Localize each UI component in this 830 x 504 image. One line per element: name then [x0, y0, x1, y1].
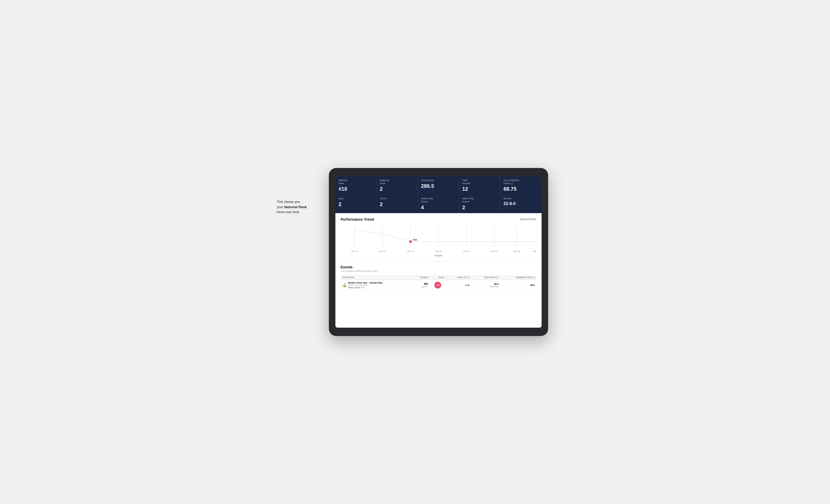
svg-text:DEC 23: DEC 23 — [407, 250, 414, 253]
event-position-of: out of 7 — [413, 285, 428, 288]
event-total-points-cell: 28.3 3 Rounds — [471, 280, 500, 291]
svg-text:FEB 24: FEB 24 — [463, 250, 470, 253]
stat-wins-value: 2 — [339, 201, 373, 207]
stat-top3s-value: 2 — [380, 201, 414, 207]
chart-area: #10 OCT 23 NOV 23 DEC 23 JAN 24 FEB 24 M… — [341, 225, 536, 253]
performance-section: Performance Trend National Rank — [336, 213, 542, 262]
event-name: Buster Cozy Cup – Stroke Play — [348, 281, 383, 284]
col-score: Score — [429, 275, 446, 280]
svg-text:APR 24: APR 24 — [513, 250, 520, 253]
svg-text:JAN 24: JAN 24 — [435, 250, 442, 253]
stat-total-rounds-value: 12 — [462, 186, 497, 192]
event-date: Oct 9 – Oct 10, 2023 — [348, 284, 383, 287]
event-position: 6th — [413, 282, 428, 285]
annotation-line2: your National Rank — [277, 205, 307, 209]
svg-text:MAR 24: MAR 24 — [491, 250, 498, 253]
events-title: Events — [341, 265, 536, 269]
stat-national-rank: NationalRank #10 — [336, 176, 377, 195]
perf-header: Performance Trend National Rank — [341, 217, 536, 222]
events-section: Events Last updated: 24th November 2023 … — [336, 262, 542, 296]
svg-text:OCT 23: OCT 23 — [351, 250, 358, 253]
svg-text:NOV 23: NOV 23 — [379, 250, 386, 253]
table-row: ⛳ Buster Cozy Cup – Stroke Play Oct 9 – … — [341, 280, 536, 291]
stat-record: Record 32-8-0 — [500, 195, 542, 213]
stat-stroke-play-value: 4 — [421, 204, 456, 210]
stat-stroke-play: Stroke PlayEvents 4 — [418, 195, 459, 213]
tablet-screen: NationalRank #10 RegionalRank 2 Scoring … — [336, 176, 542, 328]
scene: This shows you your National Rank trend … — [277, 168, 553, 336]
stat-avg-weighted-points: Avg. WeightedPoints i 68.75 — [500, 176, 542, 195]
events-last-updated: Last updated: 24th November 2023 — [341, 270, 536, 272]
stats-row1: NationalRank #10 RegionalRank 2 Scoring … — [336, 176, 542, 195]
events-table: Event Name Position Score Event SG i Tot… — [341, 275, 536, 291]
stats-row2: Wins 2 Top 3s 2 Stroke PlayEvents 4 Matc… — [336, 195, 542, 213]
event-total-points: 28.3 — [473, 283, 499, 285]
events-table-header: Event Name Position Score Event SG i Tot… — [341, 275, 536, 280]
tablet-frame: NationalRank #10 RegionalRank 2 Scoring … — [329, 168, 548, 336]
stat-match-play-value: 2 — [462, 204, 497, 210]
stat-avg-weighted-points-value: 68.75 — [504, 186, 539, 192]
col-position: Position — [412, 275, 429, 280]
annotation-line1: This shows you — [277, 200, 300, 204]
stat-regional-rank: RegionalRank 2 — [377, 176, 418, 195]
stat-national-rank-value: #10 — [339, 186, 373, 192]
col-event-sg: Event SG i — [446, 275, 471, 280]
svg-text:MAY 24: MAY 24 — [533, 250, 536, 253]
event-weighted-points: 28.3 — [530, 284, 535, 287]
stat-total-rounds: TotalRounds 12 — [459, 176, 500, 195]
perf-title: Performance Trend — [341, 217, 374, 222]
stat-wins: Wins 2 — [336, 195, 377, 213]
event-total-rounds: 3 Rounds — [473, 285, 499, 288]
stat-top3s: Top 3s 2 — [377, 195, 418, 213]
event-sg-value: 0.45 — [465, 284, 470, 287]
event-sg-cell: 0.45 — [446, 280, 471, 291]
rank-label: #10 — [413, 238, 417, 241]
event-golf-icon: ⛳ — [342, 283, 347, 287]
months-label: Months — [341, 253, 536, 259]
event-score-badge: -22 — [434, 282, 441, 289]
stat-scoring-avg-value: 286.5 — [421, 183, 456, 189]
stat-regional-rank-value: 2 — [380, 186, 414, 192]
col-weighted-points: Weighted Points i — [500, 275, 536, 280]
rank-dot — [409, 240, 412, 243]
stat-scoring-avg: Scoring Avg. 286.5 — [418, 176, 459, 195]
stat-match-play: Match PlayEvents 2 — [459, 195, 500, 213]
info-icon: i — [511, 182, 513, 185]
annotation-text: This shows you your National Rank trend … — [277, 199, 334, 215]
col-event-name: Event Name — [341, 275, 412, 280]
event-position-cell: 6th out of 7 — [412, 280, 429, 291]
perf-subtitle: National Rank — [520, 218, 536, 221]
stat-record-value: 32-8-0 — [504, 201, 539, 206]
event-weighted-points-cell: 28.3 — [500, 280, 536, 291]
event-score-cell: -22 — [429, 280, 446, 291]
event-rank-impact: Rank Impact: 3 ▼ — [348, 287, 383, 289]
event-name-cell: ⛳ Buster Cozy Cup – Stroke Play Oct 9 – … — [341, 280, 412, 291]
chart-svg: #10 OCT 23 NOV 23 DEC 23 JAN 24 FEB 24 M… — [341, 225, 536, 253]
annotation-line3: trend over time — [277, 210, 299, 214]
col-total-points: Total Points i — [471, 275, 500, 280]
